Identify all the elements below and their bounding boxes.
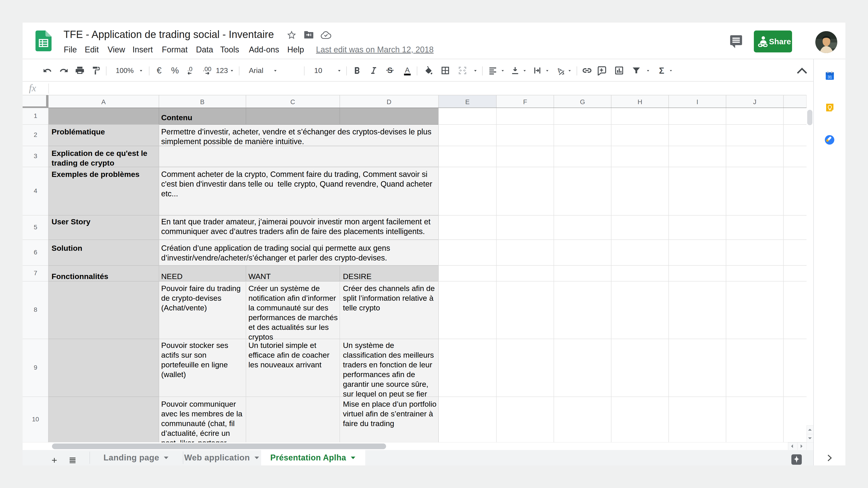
svg-text:31: 31 <box>828 75 832 79</box>
svg-text:.0: .0 <box>187 66 192 72</box>
svg-text:Σ: Σ <box>659 66 664 75</box>
svg-text:A: A <box>405 66 410 74</box>
svg-text:.00: .00 <box>203 66 212 72</box>
svg-text:A: A <box>555 66 563 74</box>
svg-text:€: € <box>157 66 161 75</box>
svg-text:%: % <box>171 66 179 75</box>
